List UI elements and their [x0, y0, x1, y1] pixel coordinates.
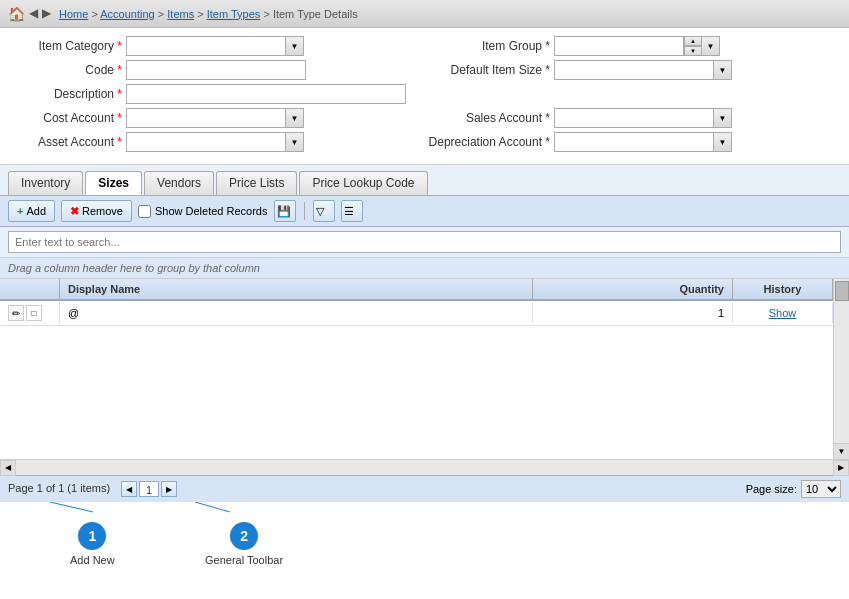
breadcrumb-items[interactable]: Items [167, 8, 194, 20]
page-next-btn[interactable]: ▶ [161, 481, 177, 497]
svg-line-1 [195, 502, 230, 512]
forward-icon[interactable]: ▶ [42, 6, 51, 22]
callout-2: 2 General Toolbar [205, 522, 283, 566]
breadcrumb-item-types[interactable]: Item Types [207, 8, 261, 20]
form-row-1: Item Category * ▼ Item Group * ▲ ▼ ▼ [12, 36, 837, 56]
breadcrumb-current: Item Type Details [273, 8, 358, 20]
show-deleted-checkbox-label[interactable]: Show Deleted Records [138, 205, 268, 218]
page-current: 1 [139, 481, 159, 497]
item-group-down-btn[interactable]: ▼ [684, 46, 702, 56]
filter-icon: ▽ [316, 205, 324, 218]
item-group-input[interactable] [554, 36, 684, 56]
col-header-history[interactable]: History [733, 279, 833, 299]
cost-account-combo[interactable]: ▼ [126, 108, 304, 128]
row-checkbox[interactable]: □ [26, 305, 42, 321]
form-left-4: Cost Account * ▼ [12, 108, 412, 128]
save-button[interactable]: 💾 [274, 200, 296, 222]
depreciation-account-combo[interactable]: ▼ [554, 132, 732, 152]
group-header-text: Drag a column header here to group by th… [8, 262, 260, 274]
item-group-up-btn[interactable]: ▲ [684, 36, 702, 46]
nav-icons: 🏠 ◀ ▶ [8, 6, 51, 22]
hscroll-left-btn[interactable]: ◀ [0, 460, 16, 476]
form-row-3: Description * [12, 84, 837, 104]
grid-container: Display Name Quantity History ✏ □ @ 1 Sh… [0, 279, 849, 475]
cost-account-dropdown-btn[interactable]: ▼ [286, 108, 304, 128]
page-info: Page 1 of 1 (1 items) ◀ 1 ▶ [8, 481, 177, 497]
table-row: ✏ □ @ 1 Show [0, 301, 849, 326]
asset-account-dropdown-btn[interactable]: ▼ [286, 132, 304, 152]
form-area: Item Category * ▼ Item Group * ▲ ▼ ▼ [0, 28, 849, 165]
default-item-size-combo[interactable]: ▼ [554, 60, 732, 80]
sales-account-combo[interactable]: ▼ [554, 108, 732, 128]
sales-account-input[interactable] [554, 108, 714, 128]
toolbar-separator [304, 202, 305, 220]
scrollbar-thumb[interactable] [835, 281, 849, 301]
horizontal-scrollbar[interactable]: ◀ ▶ [0, 459, 849, 475]
depreciation-account-input[interactable] [554, 132, 714, 152]
tab-vendors[interactable]: Vendors [144, 171, 214, 195]
default-item-size-label: Default Item Size * [420, 63, 550, 77]
asset-account-combo[interactable]: ▼ [126, 132, 304, 152]
code-input[interactable] [126, 60, 306, 80]
tab-price-lists[interactable]: Price Lists [216, 171, 297, 195]
cell-display-name: @ [60, 303, 533, 323]
edit-icon[interactable]: ✏ [8, 305, 24, 321]
grid-header: Display Name Quantity History [0, 279, 849, 301]
page-prev-btn[interactable]: ◀ [121, 481, 137, 497]
tab-sizes[interactable]: Sizes [85, 171, 142, 195]
asset-account-input[interactable] [126, 132, 286, 152]
home-icon[interactable]: 🏠 [8, 6, 25, 22]
default-item-size-dropdown-btn[interactable]: ▼ [714, 60, 732, 80]
add-button[interactable]: + Add [8, 200, 55, 222]
hscroll-track [16, 460, 833, 475]
cost-account-input[interactable] [126, 108, 286, 128]
page-info-text: Page 1 of 1 (1 items) [8, 482, 110, 494]
page-nav: ◀ 1 ▶ [121, 481, 177, 497]
asset-account-label: Asset Account * [12, 135, 122, 149]
default-item-size-input[interactable] [554, 60, 714, 80]
columns-icon: ☰ [344, 205, 354, 218]
tab-inventory[interactable]: Inventory [8, 171, 83, 195]
form-left-2: Code * [12, 60, 412, 80]
scrollbar-down-btn[interactable]: ▼ [834, 443, 850, 459]
tabs-container: Inventory Sizes Vendors Price Lists Pric… [0, 165, 849, 196]
save-icon: 💾 [277, 205, 291, 218]
columns-button[interactable]: ☰ [341, 200, 363, 222]
show-deleted-label: Show Deleted Records [155, 205, 268, 217]
group-header: Drag a column header here to group by th… [0, 258, 849, 279]
breadcrumb: Home > Accounting > Items > Item Types >… [59, 8, 358, 20]
vertical-scrollbar[interactable]: ▼ [833, 279, 849, 459]
history-show-link[interactable]: Show [769, 307, 797, 319]
filter-button[interactable]: ▽ [313, 200, 335, 222]
item-group-dropdown-btn[interactable]: ▼ [702, 36, 720, 56]
back-icon[interactable]: ◀ [29, 6, 38, 22]
depreciation-account-dropdown-btn[interactable]: ▼ [714, 132, 732, 152]
search-input[interactable] [8, 231, 841, 253]
tab-price-lookup-code[interactable]: Price Lookup Code [299, 171, 427, 195]
item-group-btns[interactable]: ▲ ▼ [684, 36, 702, 56]
breadcrumb-home[interactable]: Home [59, 8, 88, 20]
search-bar [0, 227, 849, 258]
page-size-select[interactable]: 10 25 50 [801, 480, 841, 498]
col-header-display-name[interactable]: Display Name [60, 279, 533, 299]
item-category-input[interactable] [126, 36, 286, 56]
form-left-3: Description * [12, 84, 412, 104]
item-group-combo[interactable]: ▲ ▼ ▼ [554, 36, 720, 56]
callout-label-1: Add New [70, 554, 115, 566]
cost-account-label: Cost Account * [12, 111, 122, 125]
svg-line-0 [50, 502, 93, 512]
callout-area: 1 Add New 2 General Toolbar [0, 502, 849, 599]
description-input[interactable] [126, 84, 406, 104]
cell-quantity: 1 [533, 303, 733, 323]
remove-button[interactable]: ✖ Remove [61, 200, 132, 222]
form-right-4: Sales Account * ▼ [420, 108, 837, 128]
item-category-dropdown-btn[interactable]: ▼ [286, 36, 304, 56]
depreciation-account-label: Depreciation Account * [420, 135, 550, 149]
item-category-combo[interactable]: ▼ [126, 36, 304, 56]
breadcrumb-accounting[interactable]: Accounting [100, 8, 154, 20]
col-header-quantity[interactable]: Quantity [533, 279, 733, 299]
top-bar: 🏠 ◀ ▶ Home > Accounting > Items > Item T… [0, 0, 849, 28]
sales-account-dropdown-btn[interactable]: ▼ [714, 108, 732, 128]
show-deleted-checkbox[interactable] [138, 205, 151, 218]
hscroll-right-btn[interactable]: ▶ [833, 460, 849, 476]
